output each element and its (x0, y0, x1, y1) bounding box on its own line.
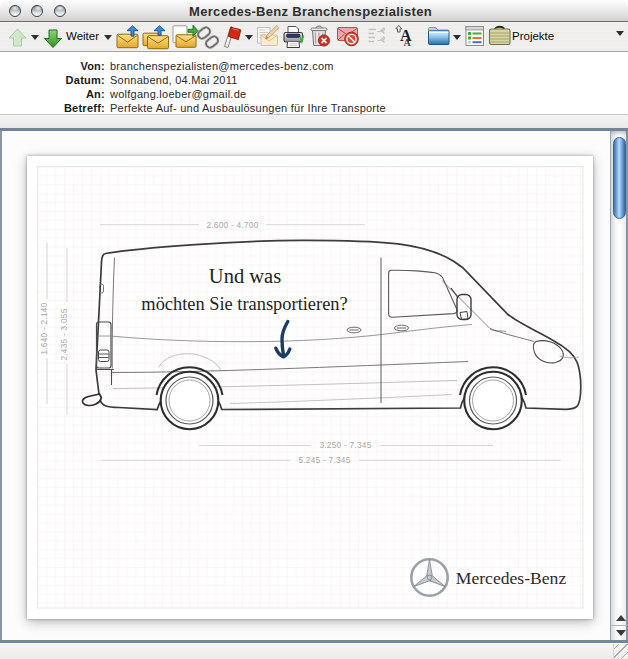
svg-text:3.250 - 7.345: 3.250 - 7.345 (319, 440, 371, 450)
svg-text:2.435 - 3.055: 2.435 - 3.055 (59, 308, 69, 360)
svg-text:A: A (404, 37, 412, 48)
svg-text:Mercedes-Benz: Mercedes-Benz (456, 568, 567, 588)
svg-text:1.640 - 2.140: 1.640 - 2.140 (39, 302, 49, 354)
svg-text:5.245 - 7.345: 5.245 - 7.345 (298, 455, 350, 465)
svg-text:Und was: Und was (209, 265, 281, 287)
svg-text:2.600 - 4.700: 2.600 - 4.700 (206, 220, 258, 230)
svg-text:möchten Sie transportieren?: möchten Sie transportieren? (141, 294, 347, 314)
